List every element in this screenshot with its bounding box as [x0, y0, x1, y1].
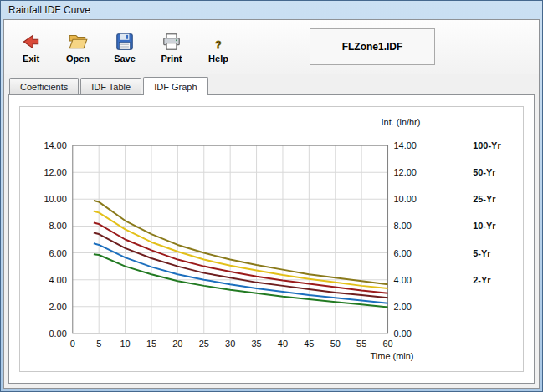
y-tick-label-left: 12.00 [44, 167, 66, 177]
filename-text: FLZone1.IDF [342, 41, 403, 53]
print-button[interactable]: Print [155, 28, 188, 67]
open-folder-icon [67, 31, 89, 53]
x-tick-label: 25 [199, 339, 209, 349]
y-tick-label-right: 2.00 [394, 302, 412, 312]
x-axis-title: Time (min) [371, 351, 414, 361]
idf-chart: 0.000.002.002.004.004.006.006.008.008.00… [20, 107, 523, 371]
x-tick-label: 0 [70, 339, 75, 349]
help-button[interactable]: ? Help [202, 28, 235, 67]
series-line-100-yr [94, 201, 388, 284]
legend-label-2-yr: 2-Yr [473, 275, 491, 285]
filename-box: FLZone1.IDF [310, 28, 435, 65]
exit-icon [20, 31, 42, 53]
idf-graph-panel: 0.000.002.002.004.004.006.006.008.008.00… [8, 94, 535, 384]
tab-idf-table[interactable]: IDF Table [80, 78, 141, 94]
x-tick-label: 50 [330, 339, 341, 349]
y-tick-label-right: 8.00 [394, 221, 412, 231]
y-tick-label-left: 10.00 [44, 194, 66, 204]
y-tick-label-left: 8.00 [49, 221, 66, 231]
y-tick-label-left: 2.00 [49, 302, 66, 312]
tab-idf-graph[interactable]: IDF Graph [143, 77, 207, 95]
tabstrip: Coefficients IDF Table IDF Graph [4, 74, 539, 95]
x-tick-label: 40 [278, 339, 288, 349]
tab-coefficients[interactable]: Coefficients [9, 78, 79, 94]
help-icon: ? [207, 31, 229, 53]
y-tick-label-right: 10.00 [394, 194, 417, 204]
legend-label-25-yr: 25-Yr [473, 194, 496, 204]
window-body: Exit Open Save [3, 19, 540, 389]
legend-label-5-yr: 5-Yr [473, 248, 491, 258]
exit-label: Exit [23, 53, 39, 64]
series-line-25-yr [94, 222, 388, 293]
open-label: Open [66, 53, 90, 64]
y-tick-label-left: 14.00 [44, 140, 66, 150]
y-tick-label-right: 14.00 [394, 140, 417, 150]
y-tick-label-right: 0.00 [394, 328, 412, 339]
window-title: Rainfall IDF Curve [8, 4, 90, 16]
y-tick-label-right: 6.00 [394, 248, 412, 258]
series-line-50-yr [94, 211, 388, 288]
x-tick-label: 30 [225, 339, 235, 349]
y-tick-label-right: 12.00 [394, 167, 417, 177]
x-tick-label: 20 [172, 339, 182, 349]
exit-button[interactable]: Exit [14, 28, 48, 67]
x-tick-label: 10 [120, 339, 130, 349]
legend-label-10-yr: 10-Yr [473, 221, 496, 231]
legend-label-100-yr: 100-Yr [473, 140, 501, 150]
x-tick-label: 45 [304, 339, 314, 349]
chart-frame: 0.000.002.002.004.004.006.006.008.008.00… [19, 106, 524, 372]
x-tick-label: 60 [382, 339, 392, 349]
legend-label-50-yr: 50-Yr [473, 167, 496, 177]
y-tick-label-left: 0.00 [49, 328, 66, 339]
svg-text:?: ? [215, 38, 221, 50]
save-button[interactable]: Save [108, 28, 141, 67]
tab-coefficients-label: Coefficients [20, 82, 68, 92]
help-label: Help [208, 53, 228, 64]
y-tick-label-right: 4.00 [394, 275, 412, 285]
print-label: Print [161, 53, 182, 64]
printer-icon [161, 31, 182, 53]
tab-idf-table-label: IDF Table [91, 82, 131, 92]
app-window: Rainfall IDF Curve Exit Open [0, 0, 543, 392]
x-tick-label: 35 [251, 339, 261, 349]
open-button[interactable]: Open [61, 28, 95, 67]
save-disk-icon [114, 31, 136, 53]
y-tick-label-left: 6.00 [49, 248, 66, 258]
x-tick-label: 5 [96, 339, 101, 349]
y-tick-label-left: 4.00 [49, 275, 66, 285]
x-tick-label: 15 [146, 339, 156, 349]
tab-idf-graph-label: IDF Graph [154, 82, 197, 92]
toolbar: Exit Open Save [4, 20, 539, 74]
titlebar[interactable]: Rainfall IDF Curve [3, 1, 540, 19]
y-axis-title: Int. (in/hr) [382, 117, 421, 127]
save-label: Save [114, 53, 136, 64]
x-tick-label: 55 [356, 339, 366, 349]
